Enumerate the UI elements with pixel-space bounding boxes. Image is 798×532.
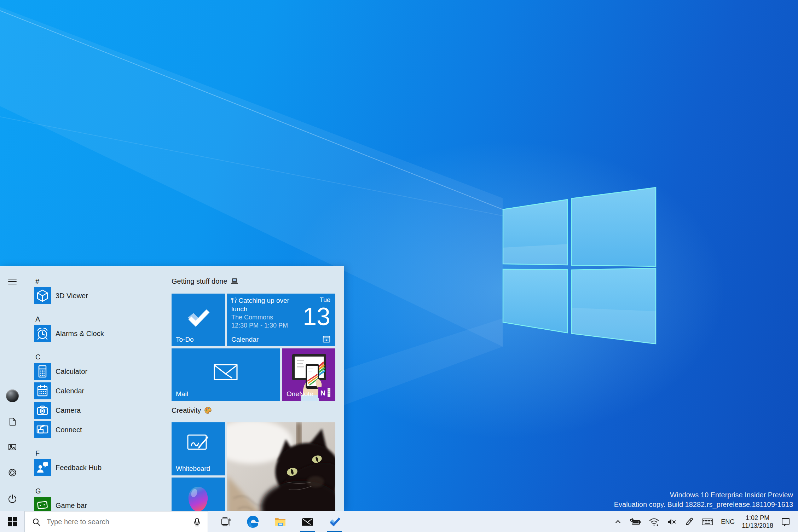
action-center-button[interactable] [780,513,791,530]
watermark-line2: Evaluation copy. Build 18282.rs_prerelea… [614,500,793,509]
watermark-line1: Windows 10 Enterprise Insider Preview [614,490,793,500]
start-button[interactable] [0,511,24,532]
edge-button[interactable] [244,511,261,532]
group-title: Creativity [172,406,201,415]
todo-icon [328,515,341,528]
tile-group-getting-stuff-done[interactable]: Getting stuff done [172,276,239,286]
todo-button[interactable] [326,511,343,532]
task-view-icon [220,516,232,528]
system-tray: ENG 1:02 PM 11/13/2018 [613,511,798,532]
tray-chevron-button[interactable] [613,513,623,530]
desktop: Windows 10 Enterprise Insider Preview Ev… [0,0,798,532]
task-view-button[interactable] [217,511,234,532]
network-button[interactable] [649,513,659,530]
paint3d-balloon-icon [185,485,211,511]
windows-logo-icon [8,517,17,526]
start-menu: # 3D Viewer A Alarms & Clock C Calcul [0,266,344,511]
calendar-glyph-icon [322,334,331,343]
wifi-icon [649,517,659,527]
battery-button[interactable] [630,513,642,530]
volume-button[interactable] [666,513,677,530]
pen-button[interactable] [684,513,694,530]
pen-icon [684,517,694,527]
taskbar-search[interactable] [24,511,208,532]
tile-onenote[interactable]: OneNote N [282,348,335,401]
chevron-up-icon [613,517,623,526]
start-tiles-area: Getting stuff done To-Do Catching up ove… [0,267,344,511]
watermark: Windows 10 Enterprise Insider Preview Ev… [614,490,793,509]
mail-icon [301,515,314,528]
language-label: ENG [721,518,735,526]
laptop-emoji-icon [230,277,239,285]
tile-photos-live[interactable] [227,422,335,511]
tile-label: To-Do [176,336,194,343]
microphone-icon[interactable] [192,517,202,527]
calendar-day-number: 13 [303,304,330,329]
tile-label: Mail [176,390,188,398]
date-label: 11/13/2018 [742,522,773,530]
keyboard-icon [701,517,714,527]
tile-group-creativity[interactable]: Creativity [172,405,212,415]
tile-mail[interactable]: Mail [172,348,280,401]
battery-charging-icon [630,517,642,527]
cat-photo [227,422,335,511]
tile-calendar[interactable]: Catching up over lunch The Commons 12:30… [227,294,335,346]
fork-knife-emoji-icon [231,297,237,303]
mail-button[interactable] [299,511,316,532]
action-center-icon [780,516,791,527]
tile-todo[interactable]: To-Do [172,294,225,346]
taskbar: ENG 1:02 PM 11/13/2018 [0,511,798,532]
clock[interactable]: 1:02 PM 11/13/2018 [742,514,773,530]
language-button[interactable]: ENG [721,513,735,530]
tile-label: Calendar [231,336,259,343]
calendar-event-title: Catching up over lunch [231,296,299,313]
touch-keyboard-button[interactable] [701,513,714,530]
edge-icon [246,515,260,529]
tile-label: OneNote [287,390,313,398]
volume-muted-icon [666,517,677,527]
svg-text:N: N [320,389,325,397]
taskbar-app-icons [208,511,343,532]
search-icon [32,517,41,527]
tile-paint3d[interactable] [172,478,225,511]
palette-emoji-icon [204,406,212,414]
search-input[interactable] [46,517,192,526]
mail-envelope-icon [212,362,240,382]
tile-whiteboard[interactable]: Whiteboard [172,422,225,475]
file-explorer-icon [273,515,287,528]
time-label: 1:02 PM [742,514,773,522]
onenote-logo-icon: N [318,387,332,399]
todo-check-icon [184,307,213,328]
tile-label: Whiteboard [176,465,210,473]
group-title: Getting stuff done [172,277,227,285]
whiteboard-icon [186,432,211,453]
file-explorer-button[interactable] [272,511,289,532]
